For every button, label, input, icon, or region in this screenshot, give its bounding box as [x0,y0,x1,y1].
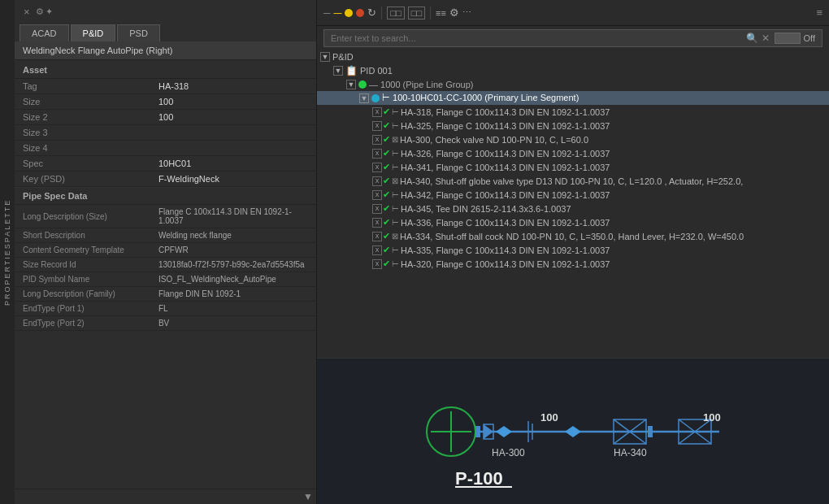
expand-root[interactable]: ▼ [320,52,330,62]
gear-icon[interactable]: ⚙ [449,7,459,19]
search-icon[interactable]: 🔍 [746,33,758,44]
list-item[interactable]: X ✔ ⊢ HA-325, Flange C 100x114.3 DIN EN … [317,119,829,133]
prop-label: Size 4 [15,141,150,156]
check-icon: ✔ [383,134,390,145]
spec-label: Short Description [15,228,150,243]
table-row: Key (PSD)F-WeldingNeck [15,172,316,187]
item-label: HA-336, Flange C 100x114.3 DIN EN 1092-1… [401,218,610,228]
menu-icon[interactable]: ≡ [816,7,822,19]
svg-text:P-100: P-100 [455,468,503,489]
off-toggle[interactable] [775,33,801,44]
spec-label: Long Description (Family) [15,287,150,302]
list-item[interactable]: X ✔ ⊠ HA-334, Shut-off ball cock ND 100-… [317,229,829,243]
list-item[interactable]: X ✔ ⊠ HA-300, Check valve ND 100-PN 10, … [317,133,829,146]
item-label: HA-345, Tee DIN 2615-2-114.3x3.6-1.0037 [401,204,571,214]
check-icon: ✔ [383,120,390,131]
close-icon[interactable]: × [20,4,34,20]
tree-primary-segment[interactable]: ▼ ⊢ 100-10HC01-CC-1000 (Primary Line Seg… [317,91,829,105]
dot-red [356,9,364,17]
item-box: X [372,107,382,117]
prop-value: 100 [150,94,316,110]
pipe-spec-section-header: Pipe Spec Data [15,187,316,205]
clear-search-icon[interactable]: ✕ [762,33,770,44]
list-item[interactable]: X ✔ ⊢ HA-336, Flange C 100x114.3 DIN EN … [317,215,829,229]
list-item[interactable]: X ✔ ⊢ HA-335, Flange C 100x114.3 DIN EN … [317,243,829,257]
item-box: X [372,245,382,255]
item-box: X [372,121,382,131]
valve-icon: ⊠ [392,176,398,185]
expand-group[interactable]: ▼ [346,80,356,89]
svg-text:HA-300: HA-300 [492,447,525,458]
table-row: Size Record Id13018fa0-f72f-5797-b99c-2e… [15,258,316,272]
prop-value [150,125,316,141]
tree-root[interactable]: ▼ P&ID [317,50,829,63]
item-label: HA-325, Flange C 100x114.3 DIN EN 1092-1… [401,121,610,131]
prop-value: 10HC01 [150,156,316,172]
pipe-line-label: — 1000 (Pipe Line Group) [369,80,473,89]
tab-psd[interactable]: PSD [117,24,160,41]
pipe-icon: ⊢ [392,149,399,158]
pid001-label: PID 001 [360,66,393,76]
search-input[interactable] [331,33,741,43]
tree-pipe-group[interactable]: ▼ — 1000 (Pipe Line Group) [317,78,829,91]
dot-yellow [345,9,353,17]
prop-value: HA-318 [150,79,316,94]
pipe-icon: ⊢ [392,190,399,199]
list-item[interactable]: X ✔ ⊢ HA-320, Flange C 100x114.3 DIN EN … [317,257,829,271]
check-icon: ✔ [383,203,390,214]
tree-pid001[interactable]: ▼ 📋 PID 001 [317,63,829,78]
spec-label: Long Description (Size) [15,205,150,228]
grid-icon-2[interactable]: □□ [408,7,425,20]
list-item[interactable]: X ✔ ⊢ HA-341, Flange C 100x114.3 DIN EN … [317,160,829,174]
spec-value: 13018fa0-f72f-5797-b99c-2ea7d5543f5a [150,258,316,272]
pipe-icon: ⊢ [392,259,399,268]
prop-value: F-WeldingNeck [150,172,316,187]
dots-icon[interactable]: ⋯ [462,7,471,18]
item-box: X [372,149,382,159]
spec-label: Content Geometry Template [15,243,150,258]
spec-label: EndType (Port 2) [15,316,150,331]
list-item[interactable]: X ✔ ⊢ HA-342, Flange C 100x114.3 DIN EN … [317,188,829,202]
item-label: HA-300, Check valve ND 100-PN 10, C, L=6… [400,135,588,145]
list-item[interactable]: X ✔ ⊢ HA-345, Tee DIN 2615-2-114.3x3.6-1… [317,202,829,215]
table-row: Size 2100 [15,110,316,125]
item-label: HA-334, Shut-off ball cock ND 100-PN 10,… [400,232,744,241]
list-item[interactable]: X ✔ ⊢ HA-318, Flange C 100x114.3 DIN EN … [317,105,829,119]
prop-value [150,141,316,156]
asset-properties-table: TagHA-318Size100Size 2100Size 3Size 4Spe… [15,79,316,187]
item-box: X [372,204,382,214]
dash-icon[interactable]: ─ [334,7,342,20]
asset-section-header: Asset [15,62,316,79]
minus-icon[interactable]: ─ [323,7,331,19]
list-item[interactable]: X ✔ ⊢ HA-326, Flange C 100x114.3 DIN EN … [317,146,829,160]
refresh-icon[interactable]: ↻ [367,7,376,19]
list-icon[interactable]: ≡≡ [436,8,446,18]
check-icon: ✔ [383,189,390,200]
expand-segment[interactable]: ▼ [359,93,369,103]
tab-bar: ACAD P&ID PSD [15,23,316,41]
spec-label: Size Record Id [15,258,150,272]
grid-icon-1[interactable]: □□ [387,7,404,20]
prop-label: Spec [15,156,150,172]
pid-diagram: HA-300 HA-340 100 100 P-100 [394,371,752,493]
table-row: TagHA-318 [15,79,316,94]
scroll-down-icon[interactable]: ▼ [303,491,313,502]
check-icon: ✔ [383,106,390,117]
svg-marker-6 [484,424,493,439]
tab-pid[interactable]: P&ID [71,24,116,41]
item-box: X [372,218,382,228]
pipe-icon: ⊢ [392,121,399,130]
expand-pid001[interactable]: ▼ [333,66,343,76]
spec-value: CPFWR [150,243,316,258]
prop-label: Size 2 [15,110,150,125]
pipe-icon: ⊢ [392,107,399,116]
search-bar: 🔍 ✕ Off [323,29,822,47]
spec-value: BV [150,316,316,331]
svg-text:HA-340: HA-340 [614,447,647,458]
item-box: X [372,135,382,145]
list-item[interactable]: X ✔ ⊠ HA-340, Shut-off globe valve type … [317,174,829,188]
asset-title: WeldingNeck Flange AutoPipe (Right) [15,41,316,60]
tab-acad[interactable]: ACAD [20,24,69,41]
table-row: Size 3 [15,125,316,141]
svg-text:100: 100 [540,411,558,424]
